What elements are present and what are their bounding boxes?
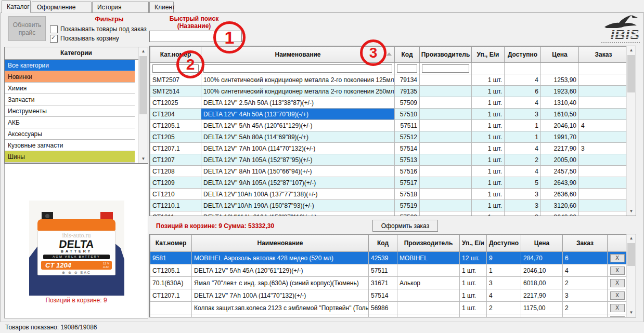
cell[interactable]: CT1209 [150, 177, 201, 189]
scroll-thumb[interactable] [627, 55, 635, 92]
cell[interactable]: 1991,70 [541, 131, 579, 143]
cell[interactable]: 1 шт. [472, 74, 505, 86]
remove-item-button[interactable]: X [610, 254, 625, 262]
cell[interactable] [579, 109, 628, 120]
table-row[interactable]: CT1205DELTA 12V" 5Ah 80A (114"69"89)(-/+… [150, 131, 628, 143]
filter-input[interactable] [203, 64, 392, 73]
cell[interactable]: 57514 [395, 143, 420, 154]
category-item[interactable]: Все категории [5, 60, 135, 71]
cell[interactable]: 57511 [395, 120, 420, 131]
cell[interactable] [579, 211, 628, 217]
remove-item-button[interactable]: X [610, 279, 625, 287]
tab-catalog[interactable]: Каталог [2, 1, 31, 13]
cell[interactable]: 9 [487, 252, 521, 264]
cell[interactable]: 1 шт. [472, 97, 505, 109]
cell[interactable]: 1 [505, 131, 541, 143]
cell[interactable] [420, 131, 472, 143]
cell[interactable]: 2 [563, 277, 608, 289]
category-item[interactable]: Инструменты [5, 105, 135, 117]
cell[interactable]: 1 шт. [460, 277, 487, 289]
cell[interactable]: 2643,90 [541, 177, 579, 189]
category-item[interactable]: Шины [5, 151, 135, 163]
cell[interactable]: 1253,90 [541, 74, 579, 86]
cell[interactable]: 4 [563, 264, 608, 277]
cell[interactable]: DELTA 12V" 5Ah 45A (120"61"129)(+/-) [192, 264, 369, 277]
cell[interactable] [579, 74, 628, 86]
cell[interactable]: SMT2514 [150, 86, 201, 97]
cell[interactable]: 100% синтетический кондиционер металла 2… [201, 86, 395, 97]
cell[interactable]: 56986 [369, 302, 397, 314]
cell[interactable]: CT1207.1 [150, 143, 201, 154]
table-row[interactable]: CT1211DELTA 12V"11Ah 210A (150"87"110)(+… [150, 211, 628, 217]
cell[interactable]: 57513 [395, 154, 420, 166]
cell[interactable]: DELTA 12V" 8Ah 110A (150"66"94)(+/-) [201, 166, 395, 177]
column-header[interactable]: Уп., Е/и [472, 47, 505, 63]
filter-cell[interactable] [420, 63, 472, 74]
cell[interactable]: 1 шт. [460, 289, 487, 302]
cell[interactable]: 57519 [395, 200, 420, 211]
cell[interactable]: 79135 [395, 86, 420, 97]
cell[interactable]: 4 [505, 143, 541, 154]
cell[interactable]: CT1204 [150, 109, 201, 120]
cell[interactable]: 1400,00 [521, 314, 563, 318]
cell[interactable]: MOBIHEL [397, 252, 460, 264]
cell[interactable]: 31671 [369, 277, 397, 289]
cell[interactable] [420, 177, 472, 189]
cell[interactable]: DELTA 12V" 5Ah 45A (120"61"129)(+/-) [201, 120, 395, 131]
remove-item-button[interactable]: X [610, 304, 625, 312]
remove-item-button[interactable]: X [610, 267, 625, 275]
cell[interactable]: Колпак защит.зап.колеса 2123 с эмблемой … [192, 314, 369, 318]
column-header[interactable]: Кат.номер [150, 235, 192, 252]
cell[interactable] [420, 154, 472, 166]
cell[interactable]: 1 шт. [460, 264, 487, 277]
cell[interactable] [420, 74, 472, 86]
cell[interactable] [397, 314, 460, 318]
cell[interactable]: 9581 [150, 252, 192, 264]
cell[interactable]: 3 [505, 211, 541, 217]
cell[interactable]: 6 [505, 86, 541, 97]
column-header[interactable]: Наименование [192, 235, 369, 252]
scroll-thumb[interactable] [139, 56, 147, 114]
cell[interactable]: 57516 [395, 166, 420, 177]
cell[interactable]: 2046,10 [541, 120, 579, 131]
cell[interactable] [579, 86, 628, 97]
scroll-down-icon[interactable]: ▼ [627, 207, 636, 216]
cell[interactable]: DELTA 12V"11Ah 210A (150"87"110)(+/-) [201, 211, 395, 217]
cell[interactable]: DELTA 12V" 5Ah 80A (114"69"89)(-/+) [201, 131, 395, 143]
cell[interactable] [420, 143, 472, 154]
cell[interactable] [579, 200, 628, 211]
cell[interactable]: DELTA 12V" 7Ah 100A (114"70"132)(+/-) [192, 289, 369, 302]
cell[interactable]: 2217,90 [521, 289, 563, 302]
cell[interactable] [420, 211, 472, 217]
cell[interactable]: DELTA 12V" 9Ah 105A (152"87"107)(+/-) [201, 177, 395, 189]
table-row[interactable]: CT1210DELTA 12V"10Ah 100A (137"77"138)(+… [150, 189, 628, 200]
cell[interactable]: 1 шт. [472, 211, 505, 217]
table-row[interactable]: CT1208DELTA 12V" 8Ah 110A (150"66"94)(+/… [150, 166, 628, 177]
cart-row[interactable]: CT1207.1DELTA 12V" 7Ah 100A (114"70"132)… [150, 289, 627, 302]
cell[interactable]: 57509 [395, 97, 420, 109]
table-row[interactable]: CT1207.1DELTA 12V" 7Ah 100A (114"70"132)… [150, 143, 628, 154]
cart-row[interactable]: 2123-/690/Колпак защит.зап.колеса 2123 с… [150, 314, 627, 318]
cell[interactable] [420, 120, 472, 131]
cell[interactable]: 57518 [395, 189, 420, 200]
cell[interactable]: Ямал "70"лев+ с инд. зар.(630А) (синий к… [192, 277, 369, 289]
cell[interactable]: DELTA 12V" 2.5Ah 50A (113"38"87)(+/-) [201, 97, 395, 109]
scroll-thumb[interactable] [627, 243, 635, 266]
column-header[interactable]: Уп., Е/и [460, 235, 487, 252]
refresh-price-button[interactable]: Обновить прайс [8, 16, 46, 41]
cell[interactable]: CT1205.1 [150, 120, 201, 131]
column-header[interactable]: Производитель [420, 47, 472, 63]
cell[interactable]: 57514 [369, 289, 397, 302]
cell[interactable] [397, 302, 460, 314]
table-row[interactable]: CT1205.1DELTA 12V" 5Ah 45A (120"61"129)(… [150, 120, 628, 131]
scroll-up-icon[interactable]: ▲ [627, 46, 636, 55]
cell[interactable]: 1175,00 [521, 302, 563, 314]
cell[interactable]: 1 шт. [472, 200, 505, 211]
cell[interactable] [579, 154, 628, 166]
cell[interactable]: 57511 [369, 264, 397, 277]
sort-ascending-icon[interactable] [387, 52, 392, 56]
cell[interactable]: 1 шт. [472, 86, 505, 97]
cell[interactable]: 1 шт. [472, 177, 505, 189]
cell[interactable]: 6 [563, 252, 608, 264]
cell[interactable]: 2123-/690/ [150, 314, 192, 318]
